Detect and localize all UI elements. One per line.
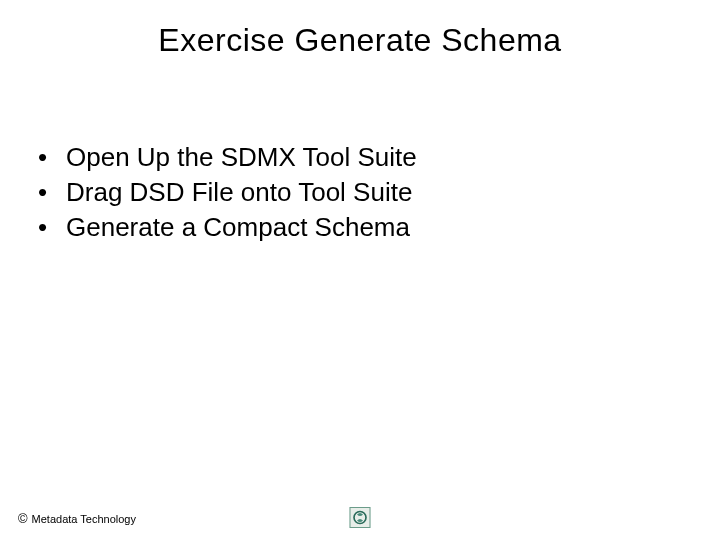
bullet-item: Open Up the SDMX Tool Suite bbox=[38, 140, 417, 175]
bullet-item: Generate a Compact Schema bbox=[38, 210, 417, 245]
bullet-item: Drag DSD File onto Tool Suite bbox=[38, 175, 417, 210]
footer-logo-icon bbox=[350, 507, 371, 528]
copyright-symbol: © bbox=[18, 511, 28, 526]
bullet-list: Open Up the SDMX Tool Suite Drag DSD Fil… bbox=[38, 140, 417, 245]
slide-container: Exercise Generate Schema Open Up the SDM… bbox=[0, 0, 720, 540]
slide-title: Exercise Generate Schema bbox=[0, 22, 720, 59]
footer: © Metadata Technology bbox=[18, 511, 136, 526]
footer-text: Metadata Technology bbox=[32, 513, 136, 525]
